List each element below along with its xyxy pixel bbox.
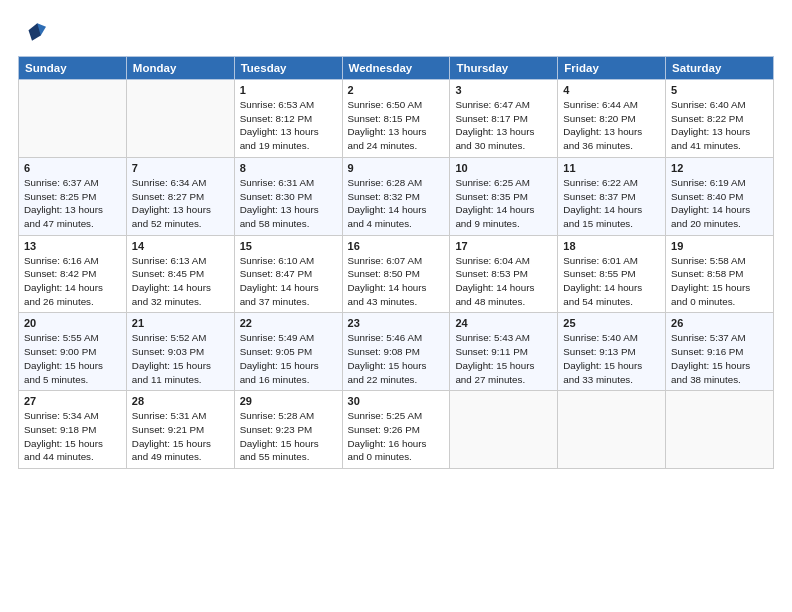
day-number: 5 bbox=[671, 84, 768, 96]
day-detail: Sunrise: 6:19 AM Sunset: 8:40 PM Dayligh… bbox=[671, 176, 768, 231]
day-number: 17 bbox=[455, 240, 552, 252]
calendar-cell: 8Sunrise: 6:31 AM Sunset: 8:30 PM Daylig… bbox=[234, 157, 342, 235]
calendar-week-row: 6Sunrise: 6:37 AM Sunset: 8:25 PM Daylig… bbox=[19, 157, 774, 235]
calendar-cell: 2Sunrise: 6:50 AM Sunset: 8:15 PM Daylig… bbox=[342, 80, 450, 158]
calendar-cell: 10Sunrise: 6:25 AM Sunset: 8:35 PM Dayli… bbox=[450, 157, 558, 235]
calendar-cell: 11Sunrise: 6:22 AM Sunset: 8:37 PM Dayli… bbox=[558, 157, 666, 235]
calendar-cell: 28Sunrise: 5:31 AM Sunset: 9:21 PM Dayli… bbox=[126, 391, 234, 469]
calendar-cell: 17Sunrise: 6:04 AM Sunset: 8:53 PM Dayli… bbox=[450, 235, 558, 313]
day-detail: Sunrise: 6:22 AM Sunset: 8:37 PM Dayligh… bbox=[563, 176, 660, 231]
day-number: 6 bbox=[24, 162, 121, 174]
calendar-week-row: 13Sunrise: 6:16 AM Sunset: 8:42 PM Dayli… bbox=[19, 235, 774, 313]
day-number: 24 bbox=[455, 317, 552, 329]
day-detail: Sunrise: 6:01 AM Sunset: 8:55 PM Dayligh… bbox=[563, 254, 660, 309]
day-detail: Sunrise: 6:37 AM Sunset: 8:25 PM Dayligh… bbox=[24, 176, 121, 231]
day-detail: Sunrise: 6:28 AM Sunset: 8:32 PM Dayligh… bbox=[348, 176, 445, 231]
calendar-cell: 21Sunrise: 5:52 AM Sunset: 9:03 PM Dayli… bbox=[126, 313, 234, 391]
calendar-cell: 6Sunrise: 6:37 AM Sunset: 8:25 PM Daylig… bbox=[19, 157, 127, 235]
day-number: 13 bbox=[24, 240, 121, 252]
day-number: 22 bbox=[240, 317, 337, 329]
day-detail: Sunrise: 6:34 AM Sunset: 8:27 PM Dayligh… bbox=[132, 176, 229, 231]
day-number: 15 bbox=[240, 240, 337, 252]
calendar-cell bbox=[666, 391, 774, 469]
day-number: 2 bbox=[348, 84, 445, 96]
weekday-header-wednesday: Wednesday bbox=[342, 57, 450, 80]
day-number: 27 bbox=[24, 395, 121, 407]
day-number: 23 bbox=[348, 317, 445, 329]
day-number: 18 bbox=[563, 240, 660, 252]
day-number: 26 bbox=[671, 317, 768, 329]
calendar-cell: 26Sunrise: 5:37 AM Sunset: 9:16 PM Dayli… bbox=[666, 313, 774, 391]
day-detail: Sunrise: 5:31 AM Sunset: 9:21 PM Dayligh… bbox=[132, 409, 229, 464]
weekday-header-row: SundayMondayTuesdayWednesdayThursdayFrid… bbox=[19, 57, 774, 80]
calendar-cell: 25Sunrise: 5:40 AM Sunset: 9:13 PM Dayli… bbox=[558, 313, 666, 391]
calendar-cell: 12Sunrise: 6:19 AM Sunset: 8:40 PM Dayli… bbox=[666, 157, 774, 235]
day-number: 3 bbox=[455, 84, 552, 96]
weekday-header-friday: Friday bbox=[558, 57, 666, 80]
day-detail: Sunrise: 6:44 AM Sunset: 8:20 PM Dayligh… bbox=[563, 98, 660, 153]
logo-icon bbox=[18, 18, 46, 46]
day-number: 16 bbox=[348, 240, 445, 252]
day-number: 19 bbox=[671, 240, 768, 252]
day-detail: Sunrise: 6:04 AM Sunset: 8:53 PM Dayligh… bbox=[455, 254, 552, 309]
day-number: 12 bbox=[671, 162, 768, 174]
header bbox=[18, 18, 774, 46]
day-detail: Sunrise: 5:46 AM Sunset: 9:08 PM Dayligh… bbox=[348, 331, 445, 386]
weekday-header-saturday: Saturday bbox=[666, 57, 774, 80]
day-number: 4 bbox=[563, 84, 660, 96]
day-number: 14 bbox=[132, 240, 229, 252]
day-detail: Sunrise: 6:53 AM Sunset: 8:12 PM Dayligh… bbox=[240, 98, 337, 153]
day-detail: Sunrise: 6:07 AM Sunset: 8:50 PM Dayligh… bbox=[348, 254, 445, 309]
calendar-cell: 16Sunrise: 6:07 AM Sunset: 8:50 PM Dayli… bbox=[342, 235, 450, 313]
calendar-table: SundayMondayTuesdayWednesdayThursdayFrid… bbox=[18, 56, 774, 469]
calendar-cell bbox=[558, 391, 666, 469]
day-detail: Sunrise: 6:10 AM Sunset: 8:47 PM Dayligh… bbox=[240, 254, 337, 309]
calendar-cell: 19Sunrise: 5:58 AM Sunset: 8:58 PM Dayli… bbox=[666, 235, 774, 313]
weekday-header-tuesday: Tuesday bbox=[234, 57, 342, 80]
day-detail: Sunrise: 6:40 AM Sunset: 8:22 PM Dayligh… bbox=[671, 98, 768, 153]
day-detail: Sunrise: 6:25 AM Sunset: 8:35 PM Dayligh… bbox=[455, 176, 552, 231]
day-detail: Sunrise: 5:58 AM Sunset: 8:58 PM Dayligh… bbox=[671, 254, 768, 309]
day-number: 7 bbox=[132, 162, 229, 174]
calendar-cell: 13Sunrise: 6:16 AM Sunset: 8:42 PM Dayli… bbox=[19, 235, 127, 313]
day-detail: Sunrise: 6:13 AM Sunset: 8:45 PM Dayligh… bbox=[132, 254, 229, 309]
day-number: 10 bbox=[455, 162, 552, 174]
day-detail: Sunrise: 5:49 AM Sunset: 9:05 PM Dayligh… bbox=[240, 331, 337, 386]
day-number: 30 bbox=[348, 395, 445, 407]
day-number: 21 bbox=[132, 317, 229, 329]
day-number: 9 bbox=[348, 162, 445, 174]
calendar-cell: 20Sunrise: 5:55 AM Sunset: 9:00 PM Dayli… bbox=[19, 313, 127, 391]
day-number: 8 bbox=[240, 162, 337, 174]
calendar-cell bbox=[450, 391, 558, 469]
calendar-cell: 5Sunrise: 6:40 AM Sunset: 8:22 PM Daylig… bbox=[666, 80, 774, 158]
calendar-cell: 27Sunrise: 5:34 AM Sunset: 9:18 PM Dayli… bbox=[19, 391, 127, 469]
day-number: 1 bbox=[240, 84, 337, 96]
calendar-cell: 23Sunrise: 5:46 AM Sunset: 9:08 PM Dayli… bbox=[342, 313, 450, 391]
calendar-cell: 29Sunrise: 5:28 AM Sunset: 9:23 PM Dayli… bbox=[234, 391, 342, 469]
calendar-week-row: 27Sunrise: 5:34 AM Sunset: 9:18 PM Dayli… bbox=[19, 391, 774, 469]
day-detail: Sunrise: 5:25 AM Sunset: 9:26 PM Dayligh… bbox=[348, 409, 445, 464]
calendar-cell: 18Sunrise: 6:01 AM Sunset: 8:55 PM Dayli… bbox=[558, 235, 666, 313]
calendar-week-row: 1Sunrise: 6:53 AM Sunset: 8:12 PM Daylig… bbox=[19, 80, 774, 158]
calendar-cell: 9Sunrise: 6:28 AM Sunset: 8:32 PM Daylig… bbox=[342, 157, 450, 235]
calendar-cell: 24Sunrise: 5:43 AM Sunset: 9:11 PM Dayli… bbox=[450, 313, 558, 391]
day-detail: Sunrise: 5:28 AM Sunset: 9:23 PM Dayligh… bbox=[240, 409, 337, 464]
calendar-cell: 1Sunrise: 6:53 AM Sunset: 8:12 PM Daylig… bbox=[234, 80, 342, 158]
logo bbox=[18, 18, 50, 46]
calendar-cell: 7Sunrise: 6:34 AM Sunset: 8:27 PM Daylig… bbox=[126, 157, 234, 235]
day-detail: Sunrise: 5:40 AM Sunset: 9:13 PM Dayligh… bbox=[563, 331, 660, 386]
weekday-header-thursday: Thursday bbox=[450, 57, 558, 80]
day-detail: Sunrise: 5:55 AM Sunset: 9:00 PM Dayligh… bbox=[24, 331, 121, 386]
page: SundayMondayTuesdayWednesdayThursdayFrid… bbox=[0, 0, 792, 612]
calendar-cell: 3Sunrise: 6:47 AM Sunset: 8:17 PM Daylig… bbox=[450, 80, 558, 158]
day-number: 28 bbox=[132, 395, 229, 407]
day-detail: Sunrise: 6:16 AM Sunset: 8:42 PM Dayligh… bbox=[24, 254, 121, 309]
day-detail: Sunrise: 6:31 AM Sunset: 8:30 PM Dayligh… bbox=[240, 176, 337, 231]
calendar-cell bbox=[126, 80, 234, 158]
day-number: 20 bbox=[24, 317, 121, 329]
day-number: 25 bbox=[563, 317, 660, 329]
day-detail: Sunrise: 5:34 AM Sunset: 9:18 PM Dayligh… bbox=[24, 409, 121, 464]
day-detail: Sunrise: 5:43 AM Sunset: 9:11 PM Dayligh… bbox=[455, 331, 552, 386]
calendar-cell: 14Sunrise: 6:13 AM Sunset: 8:45 PM Dayli… bbox=[126, 235, 234, 313]
calendar-week-row: 20Sunrise: 5:55 AM Sunset: 9:00 PM Dayli… bbox=[19, 313, 774, 391]
